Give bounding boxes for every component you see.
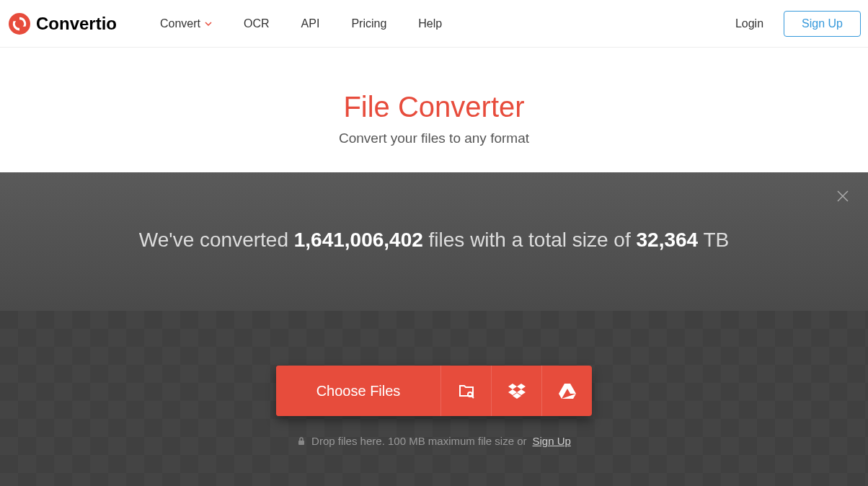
drop-hint-signup-link[interactable]: Sign Up — [533, 435, 571, 447]
logo-icon — [9, 13, 30, 35]
lock-icon — [297, 437, 306, 446]
drop-zone[interactable]: Choose Files Drop files here. 100 MB max… — [0, 311, 868, 486]
google-drive-icon — [559, 382, 576, 399]
logo-text: Convertio — [36, 14, 117, 34]
nav-convert-label: Convert — [160, 17, 200, 30]
stats-text: We've converted 1,641,006,402 files with… — [0, 229, 868, 252]
chevron-down-icon — [205, 20, 212, 27]
stats-file-count: 1,641,006,402 — [294, 229, 423, 251]
dropbox-icon — [508, 382, 526, 399]
nav-help[interactable]: Help — [418, 17, 442, 30]
folder-search-icon — [458, 382, 475, 399]
stats-banner: We've converted 1,641,006,402 files with… — [0, 172, 868, 311]
browse-files-button[interactable] — [440, 366, 491, 416]
choose-files-button[interactable]: Choose Files — [276, 366, 441, 416]
dropbox-button[interactable] — [491, 366, 541, 416]
nav-ocr[interactable]: OCR — [244, 17, 270, 30]
page-subtitle: Convert your files to any format — [0, 131, 868, 146]
hero-section: File Converter Convert your files to any… — [0, 48, 868, 172]
stats-prefix: We've converted — [139, 229, 294, 251]
svg-rect-3 — [298, 441, 304, 445]
google-drive-button[interactable] — [541, 366, 592, 416]
drop-hint-text: Drop files here. 100 MB maximum file siz… — [311, 435, 526, 447]
svg-point-0 — [9, 13, 30, 35]
nav-convert[interactable]: Convert — [160, 17, 212, 30]
stats-total-size: 32,364 — [636, 229, 698, 251]
main-nav: Convert OCR API Pricing Help — [160, 17, 442, 30]
stats-mid: files with a total size of — [423, 229, 637, 251]
upload-row: Choose Files — [276, 366, 593, 416]
drop-hint: Drop files here. 100 MB maximum file siz… — [0, 435, 868, 447]
nav-api[interactable]: API — [301, 17, 320, 30]
signup-button[interactable]: Sign Up — [784, 11, 861, 37]
close-icon[interactable] — [836, 190, 849, 206]
page-title: File Converter — [0, 91, 868, 123]
logo[interactable]: Convertio — [9, 13, 117, 35]
nav-pricing[interactable]: Pricing — [351, 17, 386, 30]
login-link[interactable]: Login — [735, 17, 763, 30]
site-header: Convertio Convert OCR API Pricing Help L… — [0, 0, 868, 48]
stats-unit: TB — [698, 229, 729, 251]
